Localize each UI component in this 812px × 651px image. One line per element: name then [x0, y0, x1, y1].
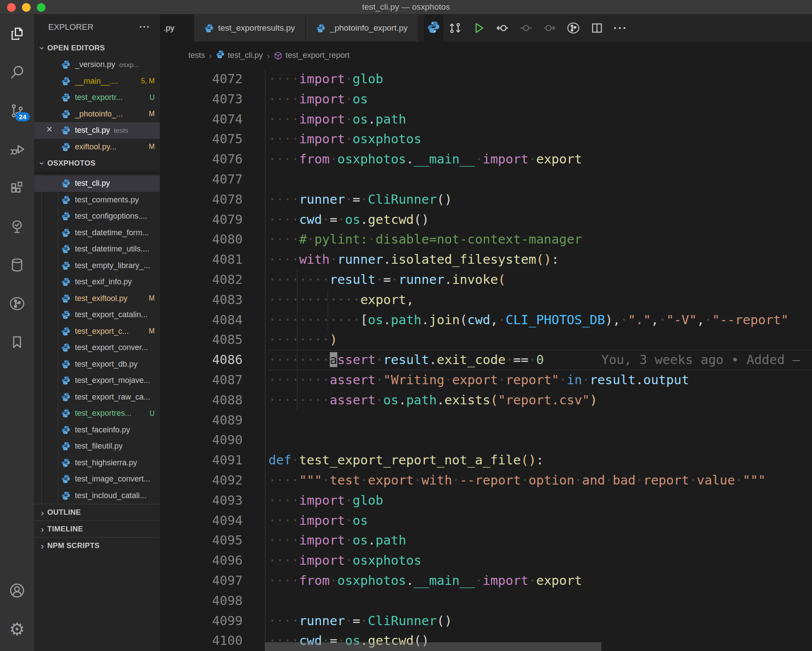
minimize-window-button[interactable]	[22, 3, 31, 12]
code-token: ·	[360, 613, 368, 628]
code-line-4087[interactable]: ········assert·"Writing·export·report"·i…	[268, 370, 812, 390]
compare-changes-icon[interactable]	[443, 21, 467, 35]
open-editor-item-_version-py[interactable]: _version.pyosxp...	[34, 57, 160, 73]
tab-test_exportresults-py[interactable]: test_exportresults.py	[194, 14, 306, 42]
tree-item-test_fileutil-py[interactable]: test_fileutil.py	[34, 438, 160, 455]
settings-gear-icon[interactable]: ⚙	[0, 610, 34, 648]
open-editor-item-_photoinfo_[interactable]: _photoinfo_...M	[34, 106, 160, 123]
tree-item-test_export_raw_ca[interactable]: test_export_raw_ca...	[34, 389, 160, 406]
code-line-4090[interactable]	[268, 430, 812, 450]
code-line-4085[interactable]: ········)	[268, 330, 812, 350]
code-line-4092[interactable]: ····"""·test·export·with·--report·option…	[268, 471, 812, 491]
breadcrumb-file[interactable]: test_cli.py	[216, 50, 263, 61]
code-line-4072[interactable]: ····import·glob	[268, 69, 812, 89]
tree-item-test_faceinfo-py[interactable]: test_faceinfo.py	[34, 422, 160, 439]
code-line-4097[interactable]: ····from·osxphotos.__main__·import·expor…	[268, 571, 812, 591]
code-line-4096[interactable]: ····import·osxphotos	[268, 551, 812, 571]
tree-item-test_comments-py[interactable]: test_comments.py	[34, 192, 160, 209]
explorer-icon[interactable]	[0, 14, 34, 53]
code-line-4080[interactable]: ····#·pylint:·disable=not-context-manage…	[268, 230, 812, 250]
extensions-icon[interactable]	[0, 169, 34, 207]
run-python-file-icon[interactable]	[467, 21, 491, 35]
code-line-4083[interactable]: ············export,	[268, 290, 812, 310]
open-editor-item-test_cli-py[interactable]: test_cli.pytests	[34, 122, 160, 139]
tab-_photoinfo_export-py[interactable]: _photoinfo_export.py	[306, 14, 418, 42]
code-line-4094[interactable]: ····import·os	[268, 511, 812, 531]
tree-item-test_exiftool-py[interactable]: test_exiftool.pyM	[34, 290, 160, 307]
code-line-4091[interactable]: def·test_export_report_not_a_file():	[268, 450, 812, 471]
tree-item-test_export_catalin[interactable]: test_export_catalin...	[34, 307, 160, 323]
open-editors-header[interactable]: OPEN EDITORS	[34, 40, 160, 57]
code-line-4098[interactable]	[268, 591, 812, 611]
npm-scripts-section-header[interactable]: NPM SCRIPTS	[34, 537, 160, 554]
tab-py[interactable]: .py	[160, 14, 194, 42]
code-line-4093[interactable]: ····import·glob	[268, 491, 812, 511]
tree-item-test_export_conver[interactable]: test_export_conver...	[34, 340, 160, 356]
project-section-header[interactable]: OSXPHOTOS	[34, 155, 160, 172]
gitlens-icon[interactable]	[0, 284, 34, 323]
run-debug-icon[interactable]	[0, 130, 34, 169]
code-line-4075[interactable]: ····import·osxphotos	[268, 129, 812, 149]
code-line-4076[interactable]: ····from·osxphotos.__main__·import·expor…	[268, 149, 812, 170]
code-line-4082[interactable]: ········result·=·runner.invoke(	[268, 270, 812, 290]
tree-item-test_configoptions[interactable]: test_configoptions....	[34, 208, 160, 225]
code-line-4074[interactable]: ····import·os.path	[268, 110, 812, 130]
current-change-icon[interactable]	[514, 21, 538, 35]
file-tree: test_cli.py test_comments.py test_config…	[34, 172, 160, 504]
tree-item-test_cli-py[interactable]: test_cli.py	[34, 175, 160, 192]
tree-item-test_incloud_catali[interactable]: test_incloud_catali...	[34, 488, 160, 504]
test-explorer-icon[interactable]	[0, 207, 34, 246]
code-line-4089[interactable]	[268, 410, 812, 431]
next-change-icon[interactable]	[538, 21, 561, 35]
tree-item-test_exportres[interactable]: test_exportres...U	[34, 405, 160, 422]
code-line-4099[interactable]: ····runner·=·CliRunner()	[268, 611, 812, 631]
tree-item-test_datetime_utils[interactable]: test_datetime_utils....	[34, 241, 160, 258]
search-icon[interactable]	[0, 53, 34, 92]
code-editor[interactable]: 4072407340744075407640774078407940804081…	[160, 69, 812, 651]
tree-item-test_export_c[interactable]: test_export_c...M	[34, 323, 160, 340]
open-editor-item-__main__[interactable]: __main__....5, M	[34, 73, 160, 90]
zoom-window-button[interactable]	[37, 3, 46, 12]
code-line-4086[interactable]: ········assert·result.exit_code·==·0You,…	[268, 350, 812, 370]
tree-item-test_exif_info-py[interactable]: test_exif_info.py	[34, 274, 160, 290]
code-line-4077[interactable]	[268, 170, 812, 190]
code-line-4073[interactable]: ····import·os	[268, 89, 812, 110]
code-token: ·	[704, 312, 712, 327]
tree-item-test_datetime_form[interactable]: test_datetime_form...	[34, 225, 160, 241]
account-icon[interactable]	[0, 571, 34, 610]
source-control-icon[interactable]: 24	[0, 92, 34, 130]
tree-item-test_highsierra-py[interactable]: test_highsierra.py	[34, 455, 160, 471]
tree-item-test_empty_library_[interactable]: test_empty_library_...	[34, 258, 160, 274]
code-line-4084[interactable]: ············[os.path.join(cwd,·CLI_PHOTO…	[268, 310, 812, 330]
outline-section-header[interactable]: OUTLINE	[34, 504, 160, 520]
code-token: ····	[268, 252, 299, 267]
code-line-4079[interactable]: ····cwd·=·os.getcwd()	[268, 210, 812, 230]
split-editor-icon[interactable]	[585, 21, 609, 35]
breadcrumb-symbol[interactable]: test_export_report	[274, 51, 350, 60]
more-actions-icon[interactable]	[609, 21, 632, 35]
code-token: export	[536, 152, 582, 166]
code-line-4078[interactable]: ····runner·=·CliRunner()	[268, 190, 812, 210]
tree-item-test_export_mojave[interactable]: test_export_mojave...	[34, 372, 160, 389]
sidebar-more-actions-icon[interactable]	[139, 21, 150, 33]
breadcrumb-tests[interactable]: tests	[188, 51, 205, 60]
timeline-section-header[interactable]: TIMELINE	[34, 520, 160, 537]
code-lines[interactable]: ····import·glob····import·os····import·o…	[265, 69, 812, 651]
code-token: ····	[268, 553, 299, 568]
tree-item-test_image_convert[interactable]: test_image_convert...	[34, 471, 160, 488]
horizontal-scrollbar[interactable]	[265, 642, 601, 651]
bookmarks-icon[interactable]	[0, 323, 34, 361]
database-icon[interactable]	[0, 246, 34, 284]
close-window-button[interactable]	[7, 3, 16, 12]
code-line-4088[interactable]: ········assert·os.path.exists("report.cs…	[268, 390, 812, 410]
tree-item-test_export_db-py[interactable]: test_export_db.py	[34, 356, 160, 373]
previous-change-icon[interactable]	[491, 21, 514, 35]
code-line-4081[interactable]: ····with·runner.isolated_filesystem():	[268, 250, 812, 270]
open-editor-item-exiftool-py[interactable]: exiftool.py...M	[34, 139, 160, 156]
close-icon[interactable]	[46, 124, 52, 135]
gitlens-toolbar-icon[interactable]	[561, 21, 585, 35]
python-interpreter-block[interactable]	[424, 14, 443, 42]
open-editor-item-test_exportr[interactable]: test_exportr...U	[34, 89, 160, 106]
python-file-icon	[61, 228, 71, 240]
code-line-4095[interactable]: ····import·os.path	[268, 531, 812, 551]
